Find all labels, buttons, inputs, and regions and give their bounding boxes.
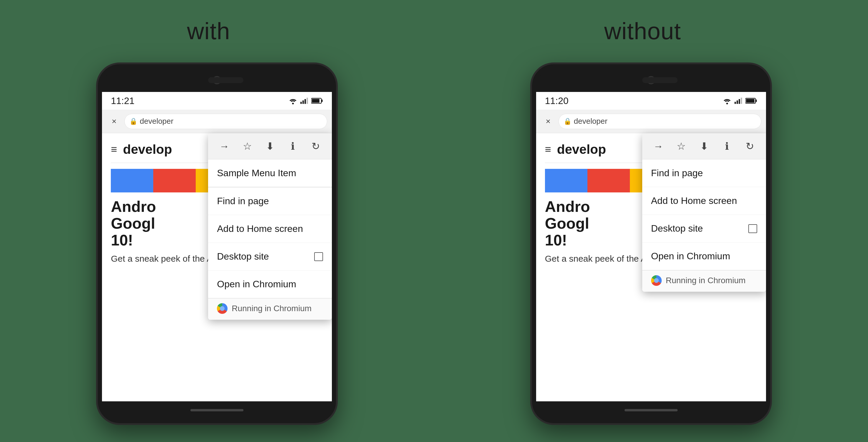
home-indicator-without xyxy=(624,409,678,411)
find-in-page-without[interactable]: Find in page xyxy=(642,159,766,187)
phone-with-screen: 11:21 xyxy=(102,92,332,401)
svg-point-8 xyxy=(726,102,728,104)
hamburger-icon-without: ≡ xyxy=(545,143,551,156)
wifi-icon-with xyxy=(289,97,297,104)
info-btn-without[interactable]: ℹ xyxy=(719,138,735,154)
star-btn-without[interactable]: ☆ xyxy=(674,138,689,154)
dropdown-toolbar-without: → ☆ ⬇ ℹ ↻ xyxy=(642,133,766,159)
status-bar-without: 11:20 xyxy=(536,92,766,109)
url-text-without: developer xyxy=(574,117,608,126)
phone-without-top-bar xyxy=(536,68,766,92)
dropdown-toolbar-with: → ☆ ⬇ ℹ ↻ xyxy=(208,133,332,159)
speaker-with xyxy=(208,77,244,83)
svg-rect-7 xyxy=(321,100,323,102)
signal-icon-without xyxy=(734,97,742,104)
svg-rect-9 xyxy=(735,102,736,104)
label-without: without xyxy=(604,18,681,45)
desktop-site-checkbox-without[interactable] xyxy=(748,224,757,233)
phone-with-inner: 11:21 xyxy=(102,68,332,419)
phone-without-screen: 11:20 xyxy=(536,92,766,401)
label-with: with xyxy=(187,18,230,45)
url-text-with: developer xyxy=(140,117,173,126)
status-icons-without xyxy=(723,97,757,104)
info-btn-with[interactable]: ℹ xyxy=(285,138,301,154)
lock-icon-with: 🔒 xyxy=(129,118,137,125)
add-to-home-without[interactable]: Add to Home screen xyxy=(642,187,766,215)
svg-rect-6 xyxy=(312,99,319,103)
phone-without: 11:20 xyxy=(530,62,772,425)
sample-menu-item[interactable]: Sample Menu Item xyxy=(208,159,332,187)
status-icons-with xyxy=(289,97,323,104)
hamburger-icon-with: ≡ xyxy=(111,143,117,156)
status-time-with: 11:21 xyxy=(111,95,134,106)
svg-rect-11 xyxy=(739,99,740,104)
phones-row: 11:21 xyxy=(0,62,868,425)
signal-icon-with xyxy=(300,97,308,104)
url-bar-with[interactable]: 🔒 developer xyxy=(124,114,327,129)
chromium-badge-without: Running in Chromium xyxy=(642,270,766,292)
add-to-home-with[interactable]: Add to Home screen xyxy=(208,215,332,243)
chromium-badge-with: Running in Chromium xyxy=(208,298,332,320)
close-btn-with[interactable]: × xyxy=(107,114,121,129)
chromium-badge-text-with: Running in Chromium xyxy=(232,304,312,313)
page-title-with: develop xyxy=(123,142,172,157)
wifi-icon-without xyxy=(723,97,731,104)
refresh-btn-with[interactable]: ↻ xyxy=(308,138,323,154)
lock-icon-without: 🔒 xyxy=(563,118,571,125)
svg-rect-12 xyxy=(741,98,742,104)
desktop-site-without[interactable]: Desktop site xyxy=(642,215,766,243)
dropdown-with: → ☆ ⬇ ℹ ↻ Sample Menu Item Find in page … xyxy=(208,133,332,320)
refresh-btn-without[interactable]: ↻ xyxy=(742,138,757,154)
labels-row: with without xyxy=(0,0,868,62)
forward-btn-without[interactable]: → xyxy=(651,138,666,154)
desktop-site-checkbox-with[interactable] xyxy=(314,252,323,261)
battery-icon-without xyxy=(745,97,757,104)
dropdown-without: → ☆ ⬇ ℹ ↻ Find in page Add to Home scree… xyxy=(642,133,766,292)
svg-rect-14 xyxy=(746,99,754,103)
phone-with: 11:21 xyxy=(96,62,338,425)
close-btn-without[interactable]: × xyxy=(541,114,556,129)
phone-bottom-without xyxy=(536,401,766,419)
svg-rect-1 xyxy=(300,102,302,104)
open-in-chromium-without[interactable]: Open in Chromium xyxy=(642,243,766,270)
phone-without-inner: 11:20 xyxy=(536,68,766,419)
stripe-red-without xyxy=(587,169,630,192)
forward-btn-with[interactable]: → xyxy=(217,138,232,154)
find-in-page-with[interactable]: Find in page xyxy=(208,187,332,215)
desktop-site-with[interactable]: Desktop site xyxy=(208,243,332,271)
svg-rect-4 xyxy=(307,98,308,104)
stripe-blue-with xyxy=(111,169,153,192)
chromium-logo-without xyxy=(651,275,662,286)
phone-bottom-with xyxy=(102,401,332,419)
chromium-badge-text-without: Running in Chromium xyxy=(666,276,746,285)
chromium-logo-with xyxy=(217,303,227,314)
chrome-toolbar-with: × 🔒 developer xyxy=(102,109,332,133)
chrome-toolbar-without: × 🔒 developer xyxy=(536,109,766,133)
status-bar-with: 11:21 xyxy=(102,92,332,109)
phone-with-top-bar xyxy=(102,68,332,92)
status-time-without: 11:20 xyxy=(545,95,568,106)
svg-point-0 xyxy=(292,102,294,104)
star-btn-with[interactable]: ☆ xyxy=(240,138,255,154)
url-bar-without[interactable]: 🔒 developer xyxy=(559,114,761,129)
svg-rect-10 xyxy=(737,100,738,104)
stripe-red-with xyxy=(153,169,196,192)
open-in-chromium-with[interactable]: Open in Chromium xyxy=(208,271,332,298)
home-indicator-with xyxy=(190,409,244,411)
page-title-without: develop xyxy=(557,142,606,157)
download-btn-without[interactable]: ⬇ xyxy=(696,138,712,154)
download-btn-with[interactable]: ⬇ xyxy=(262,138,278,154)
svg-rect-3 xyxy=(305,99,306,104)
speaker-without xyxy=(642,77,678,83)
svg-rect-15 xyxy=(755,100,756,102)
stripe-blue-without xyxy=(545,169,587,192)
battery-icon-with xyxy=(311,97,323,104)
svg-rect-2 xyxy=(302,100,304,104)
